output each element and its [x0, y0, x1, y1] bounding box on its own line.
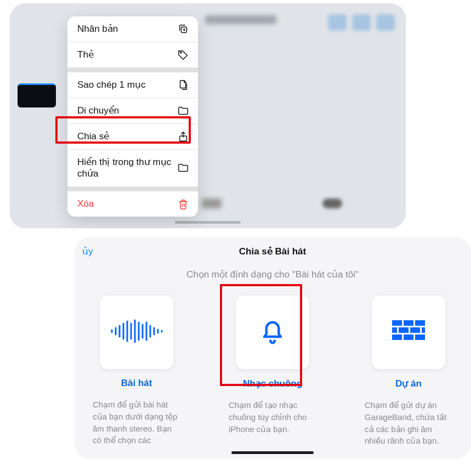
format-options: Bài hát Chạm để gửi bài hát của bạn dưới…	[75, 296, 471, 447]
menu-item-delete[interactable]: Xóa	[67, 191, 198, 217]
option-card	[236, 296, 309, 369]
blurred-button	[352, 14, 371, 31]
folder-icon	[177, 105, 189, 117]
top-screenshot: Nhân bản Thẻ Sao chép 1 mục Di chuyển	[10, 3, 406, 228]
blurred-title	[205, 15, 276, 24]
tag-icon	[177, 49, 189, 61]
home-indicator	[175, 221, 241, 224]
option-card	[372, 296, 445, 369]
bottom-screenshot: ủy Chia sẻ Bài hát Chọn một định dạng ch…	[75, 237, 471, 458]
nav-bar: ủy Chia sẻ Bài hát	[75, 237, 471, 265]
menu-separator	[67, 68, 198, 72]
menu-item-tags[interactable]: Thẻ	[67, 42, 198, 68]
svg-rect-21	[399, 327, 409, 333]
menu-item-duplicate[interactable]: Nhân bản	[67, 16, 198, 42]
bricks-icon	[392, 315, 425, 350]
option-title: Bài hát	[121, 378, 152, 389]
svg-rect-24	[392, 334, 402, 340]
menu-item-label: Nhân bản	[77, 23, 177, 35]
option-description: Chạm để gửi bài hát của bạn dưới dạng tệ…	[93, 399, 180, 446]
option-ringtone[interactable]: Nhạc chuông Chạm để tạo nhạc chuông tùy …	[223, 296, 322, 447]
menu-item-share[interactable]: Chia sẻ	[67, 124, 198, 150]
blurred-element	[202, 199, 222, 208]
menu-separator	[67, 187, 198, 191]
menu-item-label: Di chuyển	[77, 105, 177, 116]
svg-rect-22	[410, 327, 420, 333]
copy-icon	[177, 79, 189, 91]
page-title: Chia sẻ Bài hát	[239, 246, 306, 257]
menu-item-label: Thẻ	[77, 49, 177, 60]
menu-item-show-in-folder[interactable]: Hiển thị trong thư mục chứa	[67, 150, 198, 187]
svg-rect-23	[422, 327, 425, 333]
option-title: Nhạc chuông	[243, 378, 302, 389]
option-description: Chạm để gửi dự án GarageBand, chứa tất c…	[365, 399, 452, 447]
bell-icon	[256, 315, 289, 350]
svg-rect-26	[415, 334, 425, 340]
share-icon	[177, 131, 189, 143]
option-project[interactable]: Dự án Chạm để gửi dự án GarageBand, chứa…	[359, 296, 458, 447]
blurred-button	[328, 14, 347, 31]
svg-rect-20	[392, 327, 397, 333]
duplicate-icon	[177, 23, 189, 35]
home-indicator	[231, 451, 314, 454]
svg-rect-25	[404, 334, 413, 340]
menu-item-label: Hiển thị trong thư mục chứa	[77, 156, 177, 180]
option-description: Chạm để tạo nhạc chuông tùy chỉnh cho iP…	[229, 399, 316, 435]
waveform-icon	[109, 318, 164, 347]
folder-icon	[177, 162, 189, 174]
menu-item-move[interactable]: Di chuyển	[67, 98, 198, 124]
menu-item-label: Xóa	[77, 198, 177, 209]
svg-rect-18	[404, 320, 413, 326]
option-card	[100, 296, 173, 369]
menu-item-label: Chia sẻ	[77, 131, 177, 142]
cancel-button[interactable]: ủy	[82, 246, 93, 257]
option-song[interactable]: Bài hát Chạm để gửi bài hát của bạn dưới…	[87, 296, 186, 447]
context-menu: Nhân bản Thẻ Sao chép 1 mục Di chuyển	[67, 16, 198, 217]
subtitle: Chọn một định dạng cho "Bài hát của tôi"	[75, 269, 471, 280]
svg-rect-17	[392, 320, 402, 326]
blurred-button	[376, 14, 395, 31]
option-title: Dự án	[395, 378, 422, 389]
menu-item-label: Sao chép 1 mục	[77, 79, 177, 90]
svg-rect-19	[415, 320, 425, 326]
project-thumbnail	[18, 83, 56, 107]
blurred-element	[322, 199, 342, 208]
blurred-header-buttons	[328, 14, 395, 31]
svg-point-1	[180, 52, 182, 53]
menu-item-copy[interactable]: Sao chép 1 mục	[67, 72, 198, 98]
trash-icon	[177, 198, 189, 210]
